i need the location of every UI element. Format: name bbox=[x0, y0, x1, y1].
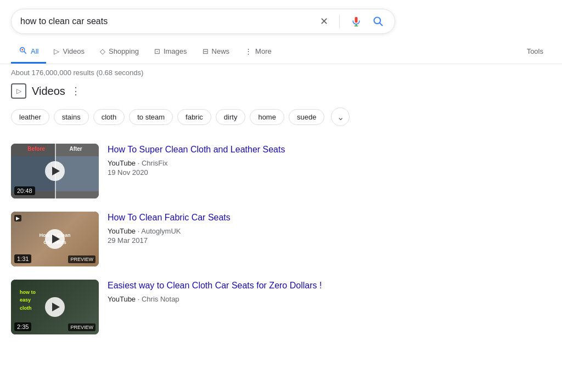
video-thumbnail-3[interactable]: how toeasycloth 2:35 PREVIEW bbox=[11, 280, 99, 334]
channel-name-2: AutoglymUK bbox=[141, 227, 181, 235]
videos-section-title: Videos bbox=[32, 85, 65, 98]
channel-name-3: Chris Notap bbox=[142, 295, 179, 303]
before-label: Before bbox=[27, 146, 45, 152]
tab-all[interactable]: All bbox=[11, 41, 46, 64]
video-source-2: YouTube · AutoglymUK bbox=[108, 227, 551, 235]
video-results-list: Before After 20:48 How To Super Clean Cl… bbox=[11, 137, 551, 341]
chip-stains[interactable]: stains bbox=[54, 109, 89, 125]
video-title-1[interactable]: How To Super Clean Cloth and Leather Sea… bbox=[108, 144, 551, 156]
channel-name-1: ChrisFix bbox=[142, 159, 168, 167]
video-thumbnail-1[interactable]: Before After 20:48 bbox=[11, 144, 99, 198]
images-tab-icon: ⊡ bbox=[154, 47, 160, 55]
tab-news-label: News bbox=[212, 47, 230, 55]
chip-fabric[interactable]: fabric bbox=[177, 109, 211, 125]
preview-label-3: PREVIEW bbox=[68, 323, 95, 331]
tools-button[interactable]: Tools bbox=[519, 42, 551, 63]
tab-all-label: All bbox=[31, 47, 38, 55]
search-bar-container: ✕ bbox=[0, 0, 562, 34]
video-info-2: How To Clean Fabric Car Seats YouTube · … bbox=[108, 212, 551, 245]
mic-icon bbox=[351, 16, 362, 27]
tab-videos-label: Videos bbox=[63, 47, 85, 55]
results-info: About 176,000,000 results (0.68 seconds) bbox=[0, 64, 562, 81]
tab-videos[interactable]: ▷ Videos bbox=[46, 42, 92, 63]
video-info-3: Easiest way to Clean Cloth Car Seats for… bbox=[108, 280, 551, 304]
search-input[interactable] bbox=[20, 16, 318, 26]
svg-line-7 bbox=[24, 52, 26, 53]
chip-tosteam[interactable]: to steam bbox=[129, 109, 173, 125]
video-title-3[interactable]: Easiest way to Clean Cloth Car Seats for… bbox=[108, 280, 551, 292]
chip-dirty[interactable]: dirty bbox=[216, 109, 246, 125]
search-icons: ✕ bbox=[318, 13, 386, 30]
video-source-3: YouTube · Chris Notap bbox=[108, 295, 551, 303]
source-name-1: YouTube bbox=[108, 159, 136, 167]
videos-more-options-icon[interactable]: ⋮ bbox=[71, 85, 81, 97]
videos-tab-icon: ▷ bbox=[54, 47, 59, 55]
tab-shopping[interactable]: ◇ Shopping bbox=[92, 42, 147, 63]
chip-home[interactable]: home bbox=[250, 109, 284, 125]
filter-chips: leather stains cloth to steam fabric dir… bbox=[11, 107, 551, 126]
video-duration-1: 20:48 bbox=[14, 186, 35, 195]
source-name-2: YouTube bbox=[108, 227, 136, 235]
nav-tabs: All ▷ Videos ◇ Shopping ⊡ Images ⊟ News … bbox=[0, 36, 562, 64]
source-name-3: YouTube bbox=[108, 295, 136, 303]
search-icon bbox=[373, 16, 384, 27]
chips-expand-button[interactable]: ⌄ bbox=[331, 107, 350, 126]
news-tab-icon: ⊟ bbox=[203, 47, 209, 55]
video-date-2: 29 Mar 2017 bbox=[108, 236, 551, 245]
videos-section-header: ▷ Videos ⋮ bbox=[11, 83, 551, 99]
video-duration-2: 1:31 bbox=[14, 254, 31, 263]
search-bar: ✕ bbox=[11, 9, 395, 34]
clear-button[interactable]: ✕ bbox=[318, 13, 330, 30]
more-tab-icon: ⋮ bbox=[245, 47, 252, 55]
video-thumbnail-2[interactable]: ▶ How to CleanCar Seats 1:31 PREVIEW bbox=[11, 212, 99, 266]
video-info-1: How To Super Clean Cloth and Leather Sea… bbox=[108, 144, 551, 177]
tab-images[interactable]: ⊡ Images bbox=[147, 42, 195, 63]
tab-shopping-label: Shopping bbox=[109, 47, 139, 55]
video-item-1: Before After 20:48 How To Super Clean Cl… bbox=[11, 137, 551, 205]
all-tab-icon bbox=[19, 46, 27, 56]
divider bbox=[339, 15, 340, 28]
mic-button[interactable] bbox=[349, 14, 364, 29]
main-content: ▷ Videos ⋮ leather stains cloth to steam… bbox=[0, 81, 562, 343]
play-button-3[interactable] bbox=[45, 297, 65, 317]
chip-cloth[interactable]: cloth bbox=[93, 109, 125, 125]
play-button-2[interactable] bbox=[45, 229, 65, 249]
video-duration-3: 2:35 bbox=[14, 322, 31, 331]
shopping-tab-icon: ◇ bbox=[100, 47, 105, 55]
tab-images-label: Images bbox=[164, 47, 187, 55]
svg-point-6 bbox=[21, 49, 23, 50]
tab-news[interactable]: ⊟ News bbox=[195, 42, 238, 63]
tab-more[interactable]: ⋮ More bbox=[237, 42, 279, 63]
search-submit-button[interactable] bbox=[370, 14, 386, 29]
preview-label-2: PREVIEW bbox=[68, 255, 95, 263]
videos-section-icon: ▷ bbox=[11, 83, 26, 99]
chip-leather[interactable]: leather bbox=[11, 109, 49, 125]
play-button-1[interactable] bbox=[45, 161, 65, 181]
svg-line-4 bbox=[380, 23, 383, 26]
chip-suede[interactable]: suede bbox=[289, 109, 324, 125]
thumb3-text: how toeasycloth bbox=[15, 284, 40, 316]
tab-more-label: More bbox=[255, 47, 272, 55]
video-item-2: ▶ How to CleanCar Seats 1:31 PREVIEW How… bbox=[11, 205, 551, 273]
video-date-1: 19 Nov 2020 bbox=[108, 168, 551, 177]
video-source-1: YouTube · ChrisFix bbox=[108, 159, 551, 167]
thumb2-source-icon: ▶ bbox=[14, 215, 21, 221]
svg-rect-0 bbox=[355, 17, 358, 23]
video-item-3: how toeasycloth 2:35 PREVIEW Easiest way… bbox=[11, 273, 551, 341]
video-title-2[interactable]: How To Clean Fabric Car Seats bbox=[108, 212, 551, 224]
after-label: After bbox=[69, 146, 82, 152]
